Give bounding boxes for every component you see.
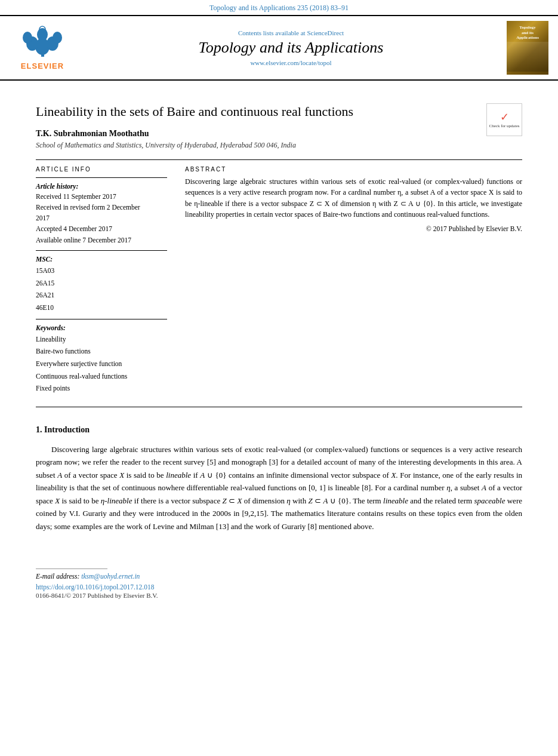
online-date: Available online 7 December 2017 xyxy=(36,235,167,245)
journal-main-title: Topology and its Applications xyxy=(81,39,501,57)
journal-link[interactable]: Topology and its Applications 235 (2018)… xyxy=(209,4,349,12)
badge-label: Check for updates xyxy=(489,124,520,128)
received-date: Received 11 September 2017 xyxy=(36,192,167,202)
keyword-2: Baire-two functions xyxy=(36,345,167,358)
issn-line: 0166-8641/© 2017 Published by Elsevier B… xyxy=(36,592,522,599)
author-name: T.K. Subrahmonian Moothathu xyxy=(36,129,522,139)
msc-code-3: 26A21 xyxy=(36,289,167,302)
check-icon: ✓ xyxy=(500,110,509,124)
msc-codes: 15A03 26A15 26A21 46E10 xyxy=(36,265,167,314)
author-affiliation: School of Mathematics and Statistics, Un… xyxy=(36,141,522,150)
article-info-label: ARTICLE INFO xyxy=(36,166,167,173)
info-divider-top xyxy=(36,177,167,178)
svg-point-6 xyxy=(37,28,48,41)
revised-date-1: Received in revised form 2 December xyxy=(36,202,167,213)
doi-line[interactable]: https://doi.org/10.1016/j.topol.2017.12.… xyxy=(36,583,522,591)
keyword-1: Lineability xyxy=(36,333,167,346)
email-line: E-mail address: tksm@uohyd.ernet.in xyxy=(36,573,522,580)
journal-header: ELSEVIER Contents lists available at Sci… xyxy=(0,15,558,81)
abstract-text: Discovering large algebraic structures w… xyxy=(185,176,522,220)
svg-point-5 xyxy=(53,32,62,44)
abstract-column: ABSTRACT Discovering large algebraic str… xyxy=(185,166,522,395)
article-content: Lineability in the sets of Baire and con… xyxy=(0,81,558,551)
journal-url[interactable]: www.elsevier.com/locate/topol xyxy=(81,59,501,66)
keywords-list: Lineability Baire-two functions Everywhe… xyxy=(36,333,167,395)
svg-point-4 xyxy=(23,32,32,44)
email-label: E-mail address: xyxy=(36,573,81,580)
cover-decoration xyxy=(507,42,548,72)
elsevier-label: ELSEVIER xyxy=(21,62,64,70)
article-info-abstract: ARTICLE INFO Article history: Received 1… xyxy=(36,166,522,395)
article-info-column: ARTICLE INFO Article history: Received 1… xyxy=(36,166,167,395)
check-for-updates-badge: ✓ Check for updates xyxy=(486,103,522,136)
keyword-3: Everywhere surjective function xyxy=(36,358,167,370)
footer-divider xyxy=(36,568,107,569)
and-text: and xyxy=(231,522,242,531)
revised-date-2: 2017 xyxy=(36,213,167,223)
keyword-4: Continuous real-valued functions xyxy=(36,370,167,383)
article-title: Lineability in the sets of Baire and con… xyxy=(36,103,522,121)
msc-code-2: 26A15 xyxy=(36,277,167,290)
copyright-notice: © 2017 Published by Elsevier B.V. xyxy=(185,225,522,232)
msc-code-4: 46E10 xyxy=(36,302,167,314)
keywords-label: Keywords: xyxy=(36,324,167,331)
introduction-section: 1. Introduction Discovering large algebr… xyxy=(36,425,522,533)
intro-paragraph-1: Discovering large algebraic structures w… xyxy=(36,443,522,533)
keyword-5: Fixed points xyxy=(36,382,167,395)
elsevier-tree-icon xyxy=(20,26,65,60)
contents-line: Contents lists available at ScienceDirec… xyxy=(81,29,501,36)
intro-body: Discovering large algebraic structures w… xyxy=(36,443,522,533)
msc-label: MSC: xyxy=(36,256,167,263)
footer: E-mail address: tksm@uohyd.ernet.in http… xyxy=(0,568,558,611)
abstract-label: ABSTRACT xyxy=(185,166,522,173)
accepted-date: Accepted 4 December 2017 xyxy=(36,224,167,234)
contents-text: Contents lists available at xyxy=(238,29,307,36)
msc-code-1: 15A03 xyxy=(36,265,167,277)
info-divider-mid xyxy=(36,250,167,251)
intro-heading: 1. Introduction xyxy=(36,425,522,435)
journal-cover-image: Topologyand itsApplications xyxy=(507,21,548,75)
section-divider xyxy=(36,159,522,160)
article-history-label: Article history: xyxy=(36,183,167,190)
journal-title-block: Contents lists available at ScienceDirec… xyxy=(81,29,501,66)
sciencedirect-link[interactable]: ScienceDirect xyxy=(307,29,344,36)
cover-title-text: Topologyand itsApplications xyxy=(515,24,540,41)
info-divider-bot xyxy=(36,319,167,319)
content-divider xyxy=(36,407,522,407)
journal-reference: Topology and its Applications 235 (2018)… xyxy=(0,0,558,15)
email-address[interactable]: tksm@uohyd.ernet.in xyxy=(81,573,140,580)
elsevier-logo: ELSEVIER xyxy=(10,26,75,70)
